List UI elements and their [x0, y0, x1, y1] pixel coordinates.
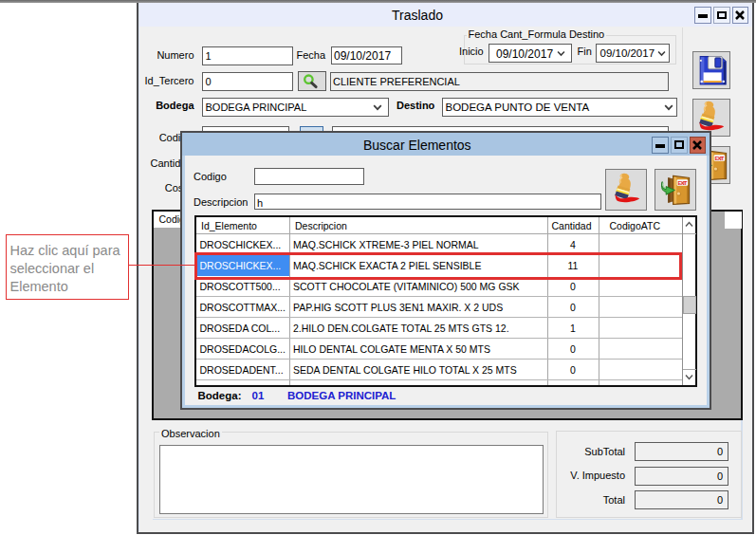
svg-text:EXIT: EXIT — [677, 179, 687, 185]
svg-text:EXIT: EXIT — [715, 156, 725, 161]
